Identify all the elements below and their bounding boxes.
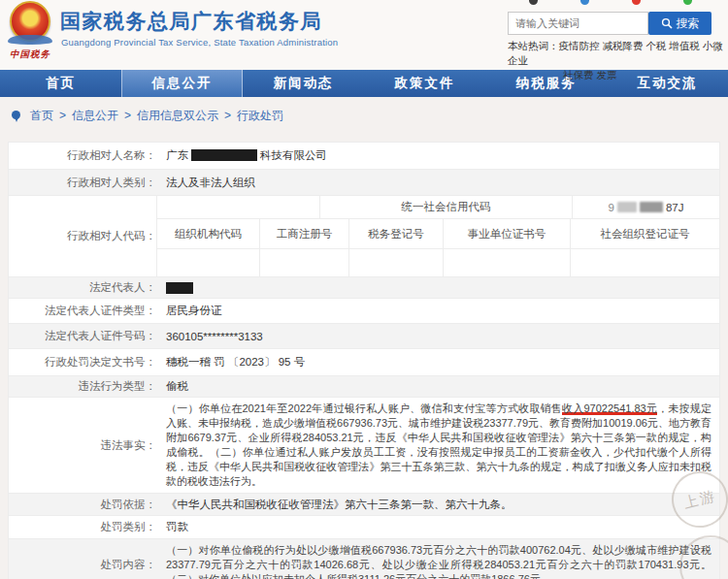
- breadcrumb-info-disclosure[interactable]: 信息公开: [72, 108, 118, 124]
- table-row-penalty-content: 处罚内容： （一）对你单位偷税的行为处以少缴增值税667936.73元百分之六十…: [9, 539, 719, 579]
- breadcrumb-admin-penalty[interactable]: 行政处罚: [237, 108, 283, 124]
- row-label: 法定代表人：: [9, 280, 156, 295]
- credit-code-suffix: 87J: [666, 202, 684, 213]
- row-label: 违法事实：: [9, 438, 156, 453]
- row-value: （一）你单位在2021年至2022年通过银行私人账户、微信和支付宝等方式收取销售…: [156, 398, 719, 493]
- codes-subtable: 统一社会信用代码 9 87J 组织机构代码 工商注册号 税务登记号 事业单位证书…: [156, 196, 719, 276]
- facts-text: （一）你单位在2021年至2022年通过银行私人账户、微信和支付宝等方式收取销售: [166, 402, 562, 414]
- facts-text: ，未按规定入账、未申报纳税，造成少缴增值税667936.73元、城市维护建设税2…: [166, 402, 711, 487]
- row-value: 偷税: [156, 379, 188, 394]
- row-label: 违法行为类型：: [9, 379, 156, 394]
- hot-words-label: 本站热词：: [508, 40, 559, 51]
- row-value: 穗税一稽 罚 〔2023〕 95 号: [156, 355, 305, 370]
- table-row-violation-facts: 违法事实： （一）你单位在2021年至2022年通过银行私人账户、微信和支付宝等…: [9, 398, 719, 494]
- breadcrumb-home[interactable]: 首页: [30, 108, 53, 124]
- search-icon: [661, 17, 673, 29]
- table-row-codes: 行政相对人代码： 统一社会信用代码 9 87J 组织机构代码 工商注册号 税务登…: [9, 196, 719, 277]
- quick-links: [529, 0, 692, 5]
- row-value: [156, 282, 196, 294]
- row-value: 广东科技有限公司: [156, 148, 327, 163]
- row-label: 行政相对人类别：: [9, 176, 156, 190]
- empty-cell: [349, 249, 444, 276]
- share-green-icon[interactable]: [683, 0, 692, 5]
- credit-code-row: 统一社会信用代码 9 87J: [157, 196, 719, 219]
- nav-item-home[interactable]: 首页: [0, 70, 121, 97]
- col-header-org-code: 组织机构代码: [157, 219, 260, 248]
- hot-words: 本站热词：疫情防控 减税降费 个税 增值税 小微企业社保费 发票: [508, 39, 728, 82]
- table-row-cert-no: 法定代表人证件号码： 360105********3133: [9, 324, 719, 349]
- company-name-suffix: 科技有限公司: [260, 149, 327, 161]
- table-row-violation-type: 违法行为类型： 偷税: [9, 376, 719, 398]
- row-label: 处罚内容：: [9, 558, 156, 572]
- location-pin-icon: [12, 111, 22, 121]
- table-row-name: 行政相对人名称： 广东科技有限公司: [9, 143, 719, 170]
- empty-cell: [444, 249, 571, 276]
- nav-item-policy[interactable]: 政策文件: [364, 70, 485, 97]
- row-value: 罚款: [156, 520, 188, 534]
- row-label: 行政相对人代码：: [9, 229, 156, 243]
- table-row-doc-no: 行政处罚决定文书号： 穗税一稽 罚 〔2023〕 95 号: [9, 349, 719, 376]
- site-title: 国家税务总局广东省税务局: [60, 8, 322, 35]
- col-header-social-org-reg: 社会组织登记证号: [571, 219, 719, 248]
- redaction-box: [191, 149, 257, 161]
- site-logo[interactable]: 中国税务: [5, 1, 55, 61]
- search-input[interactable]: [508, 12, 648, 35]
- table-row-penalty-category: 处罚类别： 罚款: [9, 516, 719, 539]
- row-value: 法人及非法人组织: [156, 176, 255, 190]
- share-blue-icon[interactable]: [580, 0, 589, 5]
- credit-code-value: 9 87J: [573, 202, 719, 213]
- site-subtitle: Guangdong Provincial Tax Service, State …: [61, 37, 338, 48]
- share-red-icon[interactable]: [632, 0, 641, 5]
- row-label: 处罚类别：: [9, 520, 156, 534]
- breadcrumb-separator: >: [224, 109, 231, 122]
- empty-cell: [157, 249, 260, 276]
- hot-words-line2[interactable]: 社保费 发票: [563, 68, 728, 82]
- col-header-institution-cert: 事业单位证书号: [444, 219, 571, 248]
- company-name-prefix: 广东: [166, 149, 188, 161]
- search-bar: 搜索: [508, 12, 711, 35]
- share-dark-icon[interactable]: [529, 0, 538, 5]
- nav-item-info-disclosure[interactable]: 信息公开: [121, 70, 243, 97]
- row-label: 处罚依据：: [9, 498, 156, 512]
- breadcrumb: 首页 > 信息公开 > 信用信息双公示 > 行政处罚: [0, 103, 728, 128]
- row-value: 360105********3133: [156, 331, 263, 342]
- table-row-category: 行政相对人类别： 法人及非法人组织: [9, 170, 719, 196]
- search-button-label: 搜索: [677, 16, 700, 32]
- redaction-box: [640, 202, 663, 212]
- table-row-penalty-basis: 处罚依据： 《中华人民共和国税收征收管理法》第六十三条第一款、第六十九条。: [9, 494, 719, 516]
- table-row-legal-rep: 法定代表人：: [9, 277, 719, 299]
- redaction-box: [617, 202, 637, 212]
- row-value: 《中华人民共和国税收征收管理法》第六十三条第一款、第六十九条。: [156, 498, 513, 512]
- row-label: 法定代表人证件类型：: [9, 304, 156, 318]
- code-header-row: 组织机构代码 工商注册号 税务登记号 事业单位证书号 社会组织登记证号: [157, 219, 719, 249]
- breadcrumb-separator: >: [124, 109, 131, 122]
- row-value: （一）对你单位偷税的行为处以少缴增值税667936.73元百分之六十的罚款400…: [156, 539, 719, 579]
- logo-caption: 中国税务: [5, 48, 55, 61]
- row-label: 法定代表人证件号码：: [9, 329, 156, 343]
- col-header-tax-reg: 税务登记号: [349, 219, 444, 248]
- search-button[interactable]: 搜索: [648, 12, 711, 35]
- credit-code-label: 统一社会信用代码: [320, 196, 573, 218]
- row-value: 居民身份证: [156, 304, 222, 318]
- site-header: 中国税务 国家税务总局广东省税务局 Guangdong Provincial T…: [0, 0, 728, 70]
- penalty-detail-table: 行政相对人名称： 广东科技有限公司 行政相对人类别： 法人及非法人组织 行政相对…: [8, 142, 720, 579]
- tax-emblem-icon: [10, 1, 50, 42]
- table-row-cert-type: 法定代表人证件类型： 居民身份证: [9, 299, 719, 324]
- credit-code-prefix: 9: [609, 202, 614, 213]
- row-label: 行政相对人名称：: [9, 148, 156, 163]
- nav-item-news[interactable]: 新闻动态: [243, 70, 364, 97]
- code-value-row: [157, 249, 719, 276]
- breadcrumb-separator: >: [59, 109, 66, 122]
- breadcrumb-credit-info[interactable]: 信用信息双公示: [137, 108, 218, 124]
- row-label: 行政处罚决定文书号：: [9, 355, 156, 370]
- empty-cell: [260, 249, 349, 276]
- empty-cell: [157, 196, 320, 218]
- col-header-business-reg: 工商注册号: [260, 219, 349, 248]
- facts-highlighted-amount: 收入97022541.83元: [562, 402, 657, 415]
- redaction-box: [166, 282, 193, 294]
- empty-cell: [571, 249, 719, 276]
